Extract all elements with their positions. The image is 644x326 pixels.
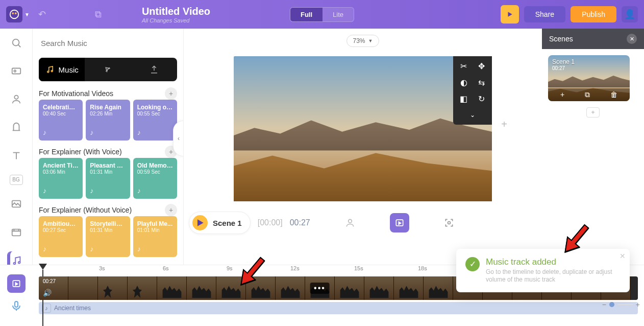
add-scene-right[interactable]: + xyxy=(501,119,507,130)
background-icon[interactable]: BG xyxy=(10,175,23,185)
person-icon[interactable] xyxy=(345,218,355,228)
timeline-mic-icon[interactable] xyxy=(7,297,26,315)
music-card-row: Celebration ...00:40 Sec♪Rise Again02:26… xyxy=(39,100,177,141)
ruler-mark: 15s xyxy=(354,265,363,271)
track-title: Storytelling ... xyxy=(90,220,126,227)
track-title: Ancient Times xyxy=(43,162,79,169)
svg-rect-8 xyxy=(12,229,20,236)
publish-button[interactable]: Publish xyxy=(571,6,616,22)
scene-thumbnail[interactable]: Scene 1 00:27 + ⧉ 🗑 xyxy=(548,55,630,101)
more-frames-icon[interactable]: ••• xyxy=(310,283,330,294)
svg-point-12 xyxy=(47,71,48,73)
close-toast-button[interactable]: ✕ xyxy=(620,252,626,260)
zoom-dropdown[interactable]: 73% ▼ xyxy=(346,35,380,47)
expand-tools-icon[interactable]: ⌄ xyxy=(457,109,488,121)
zoom-handle[interactable] xyxy=(609,302,614,307)
track-title: Ambitious D... xyxy=(43,220,79,227)
track-duration: 01:31 Min xyxy=(90,227,126,233)
music-card[interactable]: Celebration ...00:40 Sec♪ xyxy=(39,100,83,141)
music-card[interactable]: Rise Again02:26 Min♪ xyxy=(86,100,130,141)
add-category-button[interactable]: + xyxy=(165,87,177,100)
svg-point-16 xyxy=(448,222,450,224)
add-category-button[interactable]: + xyxy=(165,204,177,216)
user-avatar[interactable]: 👤 xyxy=(622,6,638,22)
svg-point-1 xyxy=(12,12,14,14)
camera-focus-icon[interactable] xyxy=(444,218,454,228)
canvas-frame[interactable]: ✂ ✥ ◐ ⇆ ◧ ↻ ⌄ xyxy=(234,56,492,201)
ruler-mark: 6s xyxy=(163,265,169,271)
play-scene-button[interactable] xyxy=(192,215,208,230)
music-tabs: Music xyxy=(39,58,177,81)
scene-selector[interactable]: Scene 1 xyxy=(189,212,251,234)
contrast-icon[interactable]: ◐ xyxy=(457,77,470,88)
close-scenes-button[interactable]: ✕ xyxy=(627,34,637,44)
svg-point-9 xyxy=(14,263,16,265)
ruler-mark: 3s xyxy=(99,265,105,271)
ruler-mark: 12s xyxy=(290,265,300,271)
copy-button[interactable]: ⧉ xyxy=(91,7,106,22)
music-card[interactable]: Storytelling ...01:31 Min♪ xyxy=(86,216,130,257)
video-icon[interactable] xyxy=(7,223,26,241)
scenes-icon[interactable] xyxy=(7,62,26,80)
zoom-in-icon[interactable]: + xyxy=(636,300,640,309)
move-icon[interactable]: ✥ xyxy=(475,60,488,72)
audio-track[interactable]: ♪ Ancient times xyxy=(39,302,638,314)
annotation-arrow xyxy=(232,250,273,291)
music-card-row: Ambitious D...00:27 Sec♪Storytelling ...… xyxy=(39,216,177,257)
search-icon[interactable] xyxy=(7,34,26,52)
undo-button[interactable]: ↶ xyxy=(35,7,50,22)
preview-button[interactable] xyxy=(501,5,519,24)
tab-sound-fx[interactable] xyxy=(85,58,131,81)
ruler-mark: 18s xyxy=(418,265,427,271)
music-card[interactable]: Ancient Times03:06 Min♪ xyxy=(39,158,83,199)
svg-point-5 xyxy=(14,70,16,72)
delete-scene-icon[interactable]: 🗑 xyxy=(610,90,617,99)
volume-icon[interactable]: 🔊 xyxy=(43,289,52,297)
toast-title: Music track added xyxy=(486,257,621,267)
cut-icon[interactable]: ✂ xyxy=(457,60,470,72)
add-scene-icon[interactable]: + xyxy=(560,90,564,99)
playhead[interactable] xyxy=(39,264,47,270)
logo-dropdown[interactable]: ▼ xyxy=(6,6,30,22)
zoom-out-icon[interactable]: − xyxy=(602,300,606,309)
track-title: Pleasant Ha... xyxy=(90,162,126,169)
tab-music-label: Music xyxy=(59,65,79,74)
search-music-input[interactable] xyxy=(39,35,177,52)
tab-music[interactable]: Music xyxy=(39,58,85,81)
scene-thumb-time: 00:27 xyxy=(552,65,565,71)
rotate-icon[interactable]: ↻ xyxy=(475,93,488,104)
music-card[interactable]: Playful Me...01:01 Min♪ xyxy=(133,216,177,257)
duplicate-scene-icon[interactable]: ⧉ xyxy=(585,90,590,99)
track-title: Old Memories xyxy=(137,162,173,169)
music-card[interactable]: Looking on ...00:55 Sec♪ xyxy=(133,100,177,141)
app-logo-icon xyxy=(6,6,22,22)
music-category-header: For Motivational Videos+ xyxy=(39,87,177,100)
svg-point-2 xyxy=(15,12,17,14)
category-title: For Motivational Videos xyxy=(39,89,113,98)
collapse-panel-button[interactable]: ‹ xyxy=(173,121,184,156)
crop-icon[interactable]: ◧ xyxy=(457,93,470,104)
props-icon[interactable] xyxy=(7,119,26,136)
music-note-icon: ♪ xyxy=(90,187,126,195)
share-button[interactable]: Share xyxy=(524,6,565,22)
image-icon[interactable] xyxy=(7,195,26,213)
project-title[interactable]: Untitled Video xyxy=(142,6,210,17)
mode-lite[interactable]: Lite xyxy=(323,8,354,21)
music-card[interactable]: Pleasant Ha...01:31 Min♪ xyxy=(86,158,130,199)
tab-upload-music[interactable] xyxy=(131,58,177,81)
text-icon[interactable] xyxy=(7,147,26,165)
music-card[interactable]: Ambitious D...00:27 Sec♪ xyxy=(39,216,83,257)
ruler-mark: 9s xyxy=(227,265,233,271)
swap-icon[interactable]: ⇆ xyxy=(475,77,488,88)
music-note-icon: ♪ xyxy=(137,128,173,136)
scene-bar: Scene 1 [00:00] 00:27 xyxy=(184,212,542,234)
music-card[interactable]: Old Memories00:59 Sec♪ xyxy=(133,158,177,199)
timeline-zoom[interactable]: − + xyxy=(602,300,640,309)
track-duration: 00:27 Sec xyxy=(43,227,79,233)
clip-icon[interactable] xyxy=(390,213,409,232)
character-icon[interactable] xyxy=(7,90,26,108)
add-scene-button[interactable]: + xyxy=(586,107,600,118)
timeline-video-icon[interactable] xyxy=(7,274,26,293)
mode-full[interactable]: Full xyxy=(290,8,323,21)
clip-duration: 00:27 xyxy=(43,278,56,284)
